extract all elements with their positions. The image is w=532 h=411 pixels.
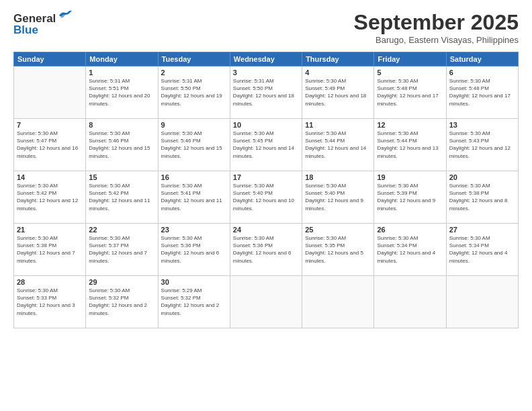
col-monday: Monday	[86, 52, 158, 66]
day-number: 5	[377, 68, 443, 77]
table-row	[302, 276, 374, 328]
day-info: Sunrise: 5:30 AMSunset: 5:48 PMDaylight:…	[377, 77, 443, 107]
calendar-header-row: Sunday Monday Tuesday Wednesday Thursday…	[14, 52, 519, 66]
day-info: Sunrise: 5:30 AMSunset: 5:45 PMDaylight:…	[233, 130, 299, 160]
table-row: 29Sunrise: 5:30 AMSunset: 5:32 PMDayligh…	[86, 276, 158, 328]
day-info: Sunrise: 5:30 AMSunset: 5:38 PMDaylight:…	[449, 182, 515, 212]
day-number: 15	[89, 173, 154, 181]
table-row: 7Sunrise: 5:30 AMSunset: 5:47 PMDaylight…	[14, 119, 86, 171]
day-info: Sunrise: 5:30 AMSunset: 5:46 PMDaylight:…	[89, 130, 154, 160]
day-number: 18	[305, 173, 371, 181]
table-row: 4Sunrise: 5:30 AMSunset: 5:49 PMDaylight…	[302, 66, 374, 119]
day-info: Sunrise: 5:30 AMSunset: 5:35 PMDaylight:…	[305, 234, 371, 265]
logo-general: General	[13, 12, 56, 25]
table-row: 11Sunrise: 5:30 AMSunset: 5:44 PMDayligh…	[302, 119, 374, 171]
day-info: Sunrise: 5:30 AMSunset: 5:47 PMDaylight:…	[17, 130, 83, 160]
table-row	[374, 276, 446, 328]
table-row	[230, 276, 302, 328]
day-info: Sunrise: 5:30 AMSunset: 5:40 PMDaylight:…	[233, 182, 299, 212]
day-info: Sunrise: 5:31 AMSunset: 5:50 PMDaylight:…	[161, 77, 227, 107]
day-number: 30	[161, 278, 227, 286]
day-info: Sunrise: 5:30 AMSunset: 5:43 PMDaylight:…	[449, 130, 515, 160]
day-info: Sunrise: 5:30 AMSunset: 5:33 PMDaylight:…	[17, 287, 83, 317]
table-row: 27Sunrise: 5:30 AMSunset: 5:34 PMDayligh…	[446, 224, 518, 276]
day-info: Sunrise: 5:30 AMSunset: 5:34 PMDaylight:…	[377, 234, 443, 265]
day-number: 16	[161, 173, 227, 181]
day-info: Sunrise: 5:30 AMSunset: 5:38 PMDaylight:…	[17, 234, 83, 265]
calendar-table: Sunday Monday Tuesday Wednesday Thursday…	[13, 52, 519, 328]
table-row: 5Sunrise: 5:30 AMSunset: 5:48 PMDaylight…	[374, 66, 446, 119]
day-number: 22	[89, 226, 154, 234]
day-info: Sunrise: 5:30 AMSunset: 5:48 PMDaylight:…	[449, 77, 515, 107]
title-block: September 2025 Barugo, Eastern Visayas, …	[354, 10, 519, 45]
day-number: 1	[89, 68, 154, 77]
day-info: Sunrise: 5:30 AMSunset: 5:46 PMDaylight:…	[161, 130, 227, 160]
day-number: 28	[17, 278, 83, 286]
table-row: 25Sunrise: 5:30 AMSunset: 5:35 PMDayligh…	[302, 224, 374, 276]
day-number: 24	[233, 226, 299, 234]
table-row: 13Sunrise: 5:30 AMSunset: 5:43 PMDayligh…	[446, 119, 518, 171]
table-row: 14Sunrise: 5:30 AMSunset: 5:42 PMDayligh…	[14, 171, 86, 224]
table-row: 6Sunrise: 5:30 AMSunset: 5:48 PMDaylight…	[446, 66, 518, 119]
logo: General Blue	[13, 10, 73, 37]
table-row: 3Sunrise: 5:31 AMSunset: 5:50 PMDaylight…	[230, 66, 302, 119]
table-row: 24Sunrise: 5:30 AMSunset: 5:36 PMDayligh…	[230, 224, 302, 276]
table-row: 9Sunrise: 5:30 AMSunset: 5:46 PMDaylight…	[158, 119, 230, 171]
location: Barugo, Eastern Visayas, Philippines	[354, 35, 519, 45]
day-number: 4	[305, 68, 371, 77]
day-info: Sunrise: 5:30 AMSunset: 5:37 PMDaylight:…	[89, 234, 154, 265]
day-number: 26	[377, 226, 443, 234]
day-info: Sunrise: 5:30 AMSunset: 5:42 PMDaylight:…	[17, 182, 83, 212]
header: General Blue September 2025 Barugo, East…	[13, 10, 519, 45]
day-number: 27	[449, 226, 515, 234]
day-info: Sunrise: 5:30 AMSunset: 5:42 PMDaylight:…	[89, 182, 154, 212]
table-row: 17Sunrise: 5:30 AMSunset: 5:40 PMDayligh…	[230, 171, 302, 224]
col-saturday: Saturday	[446, 52, 518, 66]
day-info: Sunrise: 5:31 AMSunset: 5:50 PMDaylight:…	[233, 77, 299, 107]
day-number: 19	[377, 173, 443, 181]
table-row: 15Sunrise: 5:30 AMSunset: 5:42 PMDayligh…	[86, 171, 158, 224]
table-row: 10Sunrise: 5:30 AMSunset: 5:45 PMDayligh…	[230, 119, 302, 171]
day-number: 13	[449, 121, 515, 129]
day-number: 12	[377, 121, 443, 129]
table-row: 22Sunrise: 5:30 AMSunset: 5:37 PMDayligh…	[86, 224, 158, 276]
day-number: 17	[233, 173, 299, 181]
day-number: 2	[161, 68, 227, 77]
logo-bird-icon	[58, 10, 73, 24]
col-sunday: Sunday	[14, 52, 86, 66]
day-info: Sunrise: 5:30 AMSunset: 5:49 PMDaylight:…	[305, 77, 371, 107]
day-info: Sunrise: 5:30 AMSunset: 5:32 PMDaylight:…	[89, 287, 154, 317]
col-tuesday: Tuesday	[158, 52, 230, 66]
calendar-week-row: 28Sunrise: 5:30 AMSunset: 5:33 PMDayligh…	[14, 276, 519, 328]
day-info: Sunrise: 5:31 AMSunset: 5:51 PMDaylight:…	[89, 77, 154, 107]
col-thursday: Thursday	[302, 52, 374, 66]
calendar-week-row: 14Sunrise: 5:30 AMSunset: 5:42 PMDayligh…	[14, 171, 519, 224]
table-row: 16Sunrise: 5:30 AMSunset: 5:41 PMDayligh…	[158, 171, 230, 224]
page: General Blue September 2025 Barugo, East…	[0, 0, 532, 411]
table-row: 12Sunrise: 5:30 AMSunset: 5:44 PMDayligh…	[374, 119, 446, 171]
day-number: 20	[449, 173, 515, 181]
col-wednesday: Wednesday	[230, 52, 302, 66]
table-row: 19Sunrise: 5:30 AMSunset: 5:39 PMDayligh…	[374, 171, 446, 224]
day-number: 14	[17, 173, 83, 181]
table-row: 1Sunrise: 5:31 AMSunset: 5:51 PMDaylight…	[86, 66, 158, 119]
day-info: Sunrise: 5:30 AMSunset: 5:44 PMDaylight:…	[377, 130, 443, 160]
day-info: Sunrise: 5:29 AMSunset: 5:32 PMDaylight:…	[161, 287, 227, 317]
table-row: 8Sunrise: 5:30 AMSunset: 5:46 PMDaylight…	[86, 119, 158, 171]
calendar-week-row: 21Sunrise: 5:30 AMSunset: 5:38 PMDayligh…	[14, 224, 519, 276]
logo-blue: Blue	[13, 24, 38, 37]
day-number: 10	[233, 121, 299, 129]
day-number: 6	[449, 68, 515, 77]
day-number: 3	[233, 68, 299, 77]
day-info: Sunrise: 5:30 AMSunset: 5:34 PMDaylight:…	[449, 234, 515, 265]
table-row	[14, 66, 86, 119]
table-row: 23Sunrise: 5:30 AMSunset: 5:36 PMDayligh…	[158, 224, 230, 276]
day-number: 9	[161, 121, 227, 129]
table-row: 2Sunrise: 5:31 AMSunset: 5:50 PMDaylight…	[158, 66, 230, 119]
calendar-week-row: 7Sunrise: 5:30 AMSunset: 5:47 PMDaylight…	[14, 119, 519, 171]
day-info: Sunrise: 5:30 AMSunset: 5:36 PMDaylight:…	[233, 234, 299, 265]
day-number: 8	[89, 121, 154, 129]
day-number: 11	[305, 121, 371, 129]
table-row: 30Sunrise: 5:29 AMSunset: 5:32 PMDayligh…	[158, 276, 230, 328]
calendar-week-row: 1Sunrise: 5:31 AMSunset: 5:51 PMDaylight…	[14, 66, 519, 119]
